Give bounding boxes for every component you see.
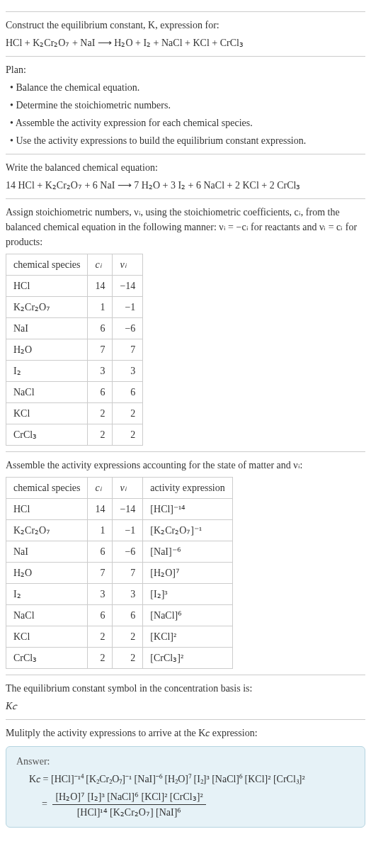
cell-species: I₂ bbox=[6, 361, 88, 382]
cell-vi: 2 bbox=[113, 626, 143, 648]
table-row: H₂O77 bbox=[6, 339, 143, 361]
cell-vi: −1 bbox=[113, 520, 143, 541]
table-row: K₂Cr₂O₇1−1[K₂Cr₂O₇]⁻¹ bbox=[6, 520, 233, 541]
plan-item: • Assemble the activity expression for e… bbox=[10, 115, 365, 130]
table-row: CrCl₃22 bbox=[6, 424, 143, 446]
cell-vi: 6 bbox=[113, 382, 143, 403]
col-ci: cᵢ bbox=[88, 254, 113, 276]
col-activity: activity expression bbox=[143, 478, 232, 499]
cell-activity: [I₂]³ bbox=[143, 584, 232, 605]
cell-species: NaCl bbox=[6, 382, 88, 403]
cell-activity: [CrCl₃]² bbox=[143, 648, 232, 669]
kc-symbol: K𝘤 bbox=[6, 699, 365, 714]
col-vi: νᵢ bbox=[113, 254, 143, 276]
cell-ci: 6 bbox=[88, 382, 113, 403]
balanced: Write the balanced chemical equation: 14… bbox=[6, 154, 365, 193]
intro-equation: HCl + K₂Cr₂O₇ + NaI ⟶ H₂O + I₂ + NaCl + … bbox=[6, 35, 365, 50]
cell-species: NaI bbox=[6, 318, 88, 339]
answer-numerator: [H₂O]⁷ [I₂]³ [NaCl]⁶ [KCl]² [CrCl₃]² bbox=[52, 789, 205, 805]
cell-vi: 3 bbox=[113, 584, 143, 605]
cell-species: HCl bbox=[6, 276, 88, 297]
col-species: chemical species bbox=[6, 478, 88, 499]
intro: Construct the equilibrium constant, K, e… bbox=[6, 11, 365, 50]
cell-vi: −6 bbox=[113, 541, 143, 563]
cell-species: NaI bbox=[6, 541, 88, 563]
kc-intro: The equilibrium constant symbol in the c… bbox=[6, 675, 365, 714]
table-row: NaI6−6 bbox=[6, 318, 143, 339]
cell-species: HCl bbox=[6, 499, 88, 520]
cell-species: NaCl bbox=[6, 605, 88, 626]
cell-ci: 3 bbox=[88, 584, 113, 605]
cell-ci: 6 bbox=[88, 605, 113, 626]
cell-ci: 2 bbox=[88, 424, 113, 446]
cell-vi: −1 bbox=[113, 297, 143, 318]
cell-vi: 7 bbox=[113, 339, 143, 361]
cell-ci: 2 bbox=[88, 626, 113, 648]
cell-ci: 2 bbox=[88, 403, 113, 424]
cell-ci: 3 bbox=[88, 361, 113, 382]
intro-line1: Construct the equilibrium constant, K, e… bbox=[6, 18, 365, 33]
plan-item: • Use the activity expressions to build … bbox=[10, 133, 365, 148]
cell-species: H₂O bbox=[6, 339, 88, 361]
answer-line1: K𝘤 = [HCl]⁻¹⁴ [K₂Cr₂O₇]⁻¹ [NaI]⁻⁶ [H₂O]⁷… bbox=[16, 772, 355, 787]
cell-species: K₂Cr₂O₇ bbox=[6, 297, 88, 318]
table-row: CrCl₃22[CrCl₃]² bbox=[6, 648, 233, 669]
table-row: I₂33 bbox=[6, 361, 143, 382]
stoich-table: chemical species cᵢ νᵢ HCl14−14 K₂Cr₂O₇1… bbox=[6, 254, 143, 446]
table-row: I₂33[I₂]³ bbox=[6, 584, 233, 605]
table-row: NaI6−6[NaI]⁻⁶ bbox=[6, 541, 233, 563]
cell-ci: 2 bbox=[88, 648, 113, 669]
answer-fraction: [H₂O]⁷ [I₂]³ [NaCl]⁶ [KCl]² [CrCl₃]² [HC… bbox=[52, 789, 205, 820]
cell-species: H₂O bbox=[6, 563, 88, 584]
cell-ci: 14 bbox=[88, 499, 113, 520]
cell-vi: −6 bbox=[113, 318, 143, 339]
answer-title: Answer: bbox=[16, 754, 355, 769]
plan-heading: Plan: bbox=[6, 62, 365, 77]
balanced-equation: 14 HCl + K₂Cr₂O₇ + 6 NaI ⟶ 7 H₂O + 3 I₂ … bbox=[6, 178, 365, 193]
cell-vi: 6 bbox=[113, 605, 143, 626]
activity-heading: Assemble the activity expressions accoun… bbox=[6, 458, 365, 473]
stoich-section: Assign stoichiometric numbers, νᵢ, using… bbox=[6, 198, 365, 446]
cell-species: K₂Cr₂O₇ bbox=[6, 520, 88, 541]
activity-section: Assemble the activity expressions accoun… bbox=[6, 451, 365, 669]
stoich-heading: Assign stoichiometric numbers, νᵢ, using… bbox=[6, 205, 365, 249]
cell-activity: [H₂O]⁷ bbox=[143, 563, 232, 584]
table-row: NaCl66 bbox=[6, 382, 143, 403]
cell-ci: 7 bbox=[88, 563, 113, 584]
cell-vi: 7 bbox=[113, 563, 143, 584]
plan: Plan: • Balance the chemical equation. •… bbox=[6, 56, 365, 148]
table-row: KCl22[KCl]² bbox=[6, 626, 233, 648]
answer-eq-lead: = bbox=[42, 799, 50, 809]
table-row: NaCl66[NaCl]⁶ bbox=[6, 605, 233, 626]
answer-box: Answer: K𝘤 = [HCl]⁻¹⁴ [K₂Cr₂O₇]⁻¹ [NaI]⁻… bbox=[6, 746, 365, 828]
cell-species: CrCl₃ bbox=[6, 648, 88, 669]
cell-vi: 2 bbox=[113, 424, 143, 446]
kc-intro-line: The equilibrium constant symbol in the c… bbox=[6, 681, 365, 696]
cell-ci: 1 bbox=[88, 520, 113, 541]
multiply-section: Mulitply the activity expressions to arr… bbox=[6, 719, 365, 828]
col-species: chemical species bbox=[6, 254, 88, 276]
cell-activity: [HCl]⁻¹⁴ bbox=[143, 499, 232, 520]
answer-denominator: [HCl]¹⁴ [K₂Cr₂O₇] [NaI]⁶ bbox=[52, 805, 205, 820]
cell-species: CrCl₃ bbox=[6, 424, 88, 446]
plan-item: • Balance the chemical equation. bbox=[10, 80, 365, 95]
table-row: KCl22 bbox=[6, 403, 143, 424]
cell-vi: −14 bbox=[113, 499, 143, 520]
cell-activity: [KCl]² bbox=[143, 626, 232, 648]
table-row: K₂Cr₂O₇1−1 bbox=[6, 297, 143, 318]
cell-species: I₂ bbox=[6, 584, 88, 605]
cell-activity: [NaCl]⁶ bbox=[143, 605, 232, 626]
table-header-row: chemical species cᵢ νᵢ activity expressi… bbox=[6, 478, 233, 499]
cell-vi: 2 bbox=[113, 403, 143, 424]
table-row: H₂O77[H₂O]⁷ bbox=[6, 563, 233, 584]
cell-vi: 3 bbox=[113, 361, 143, 382]
cell-ci: 14 bbox=[88, 276, 113, 297]
cell-ci: 7 bbox=[88, 339, 113, 361]
plan-item: • Determine the stoichiometric numbers. bbox=[10, 98, 365, 113]
cell-activity: [K₂Cr₂O₇]⁻¹ bbox=[143, 520, 232, 541]
table-row: HCl14−14 bbox=[6, 276, 143, 297]
balanced-heading: Write the balanced chemical equation: bbox=[6, 160, 365, 175]
cell-vi: −14 bbox=[113, 276, 143, 297]
col-vi: νᵢ bbox=[113, 478, 143, 499]
cell-vi: 2 bbox=[113, 648, 143, 669]
